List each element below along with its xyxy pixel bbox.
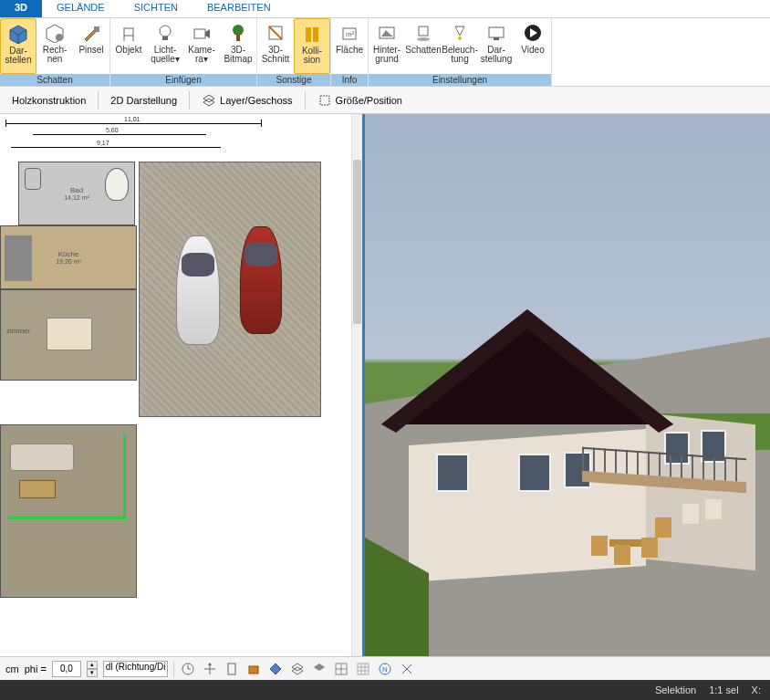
status-scale: 1:1 sel xyxy=(709,684,738,695)
car-red[interactable] xyxy=(240,226,282,334)
tab-gelaende[interactable]: GELÄNDE xyxy=(42,0,120,17)
svg-point-24 xyxy=(417,37,430,41)
svg-point-25 xyxy=(458,37,462,40)
ribbon-darstellen[interactable]: Dar- stellen xyxy=(0,18,36,74)
svg-rect-7 xyxy=(124,28,133,36)
driveway xyxy=(139,162,321,417)
car-white[interactable] xyxy=(176,235,220,345)
clock-icon[interactable] xyxy=(180,661,196,677)
room-bad[interactable]: Bad 14,12 m² xyxy=(18,162,135,225)
lighting-icon xyxy=(449,22,471,44)
ribbon: Dar- stellen Rech- nen Pinsel Schatten O… xyxy=(0,18,770,87)
misc-icon[interactable] xyxy=(399,661,415,677)
ribbon-darstellung[interactable]: Dar- stellung xyxy=(478,18,515,74)
svg-marker-39 xyxy=(270,663,281,674)
bathtub-icon xyxy=(105,168,129,201)
sofa-icon xyxy=(10,444,74,471)
ribbon-schatten2[interactable]: Schatten xyxy=(405,18,442,74)
ribbon-objekt[interactable]: Objekt xyxy=(110,18,147,74)
sub-toolbar: Holzkonstruktion 2D Darstellung Layer/Ge… xyxy=(0,87,770,114)
ribbon-group-einstellungen: Einstellungen xyxy=(369,74,551,86)
ribbon-group-sonstige: Sonstige xyxy=(257,74,330,86)
lower-living-area[interactable] xyxy=(0,424,137,598)
svg-point-10 xyxy=(160,26,171,37)
tab-3d[interactable]: 3D xyxy=(0,0,42,17)
svg-rect-15 xyxy=(236,35,240,41)
svg-point-14 xyxy=(233,25,244,36)
doc-icon[interactable] xyxy=(224,661,240,677)
ribbon-3dbitmap[interactable]: 3D- Bitmap xyxy=(220,18,256,74)
subbtn-groesse-position[interactable]: Größe/Position xyxy=(309,89,411,111)
view-3d-pane[interactable] xyxy=(365,114,770,656)
subbtn-layer-geschoss[interactable]: Layer/Geschoss xyxy=(193,89,300,111)
subbtn-holzkonstruktion[interactable]: Holzkonstruktion xyxy=(4,91,94,110)
room-zimmer[interactable]: zimmer xyxy=(0,289,137,381)
shape-icon[interactable] xyxy=(311,661,328,677)
main-tabs: 3D GELÄNDE SICHTEN BEARBEITEN xyxy=(0,0,770,18)
svg-text:N: N xyxy=(382,665,388,674)
svg-rect-46 xyxy=(358,663,369,674)
toilet-icon xyxy=(25,168,41,190)
measurement-line xyxy=(8,517,127,519)
ribbon-rechnen[interactable]: Rech- nen xyxy=(36,18,73,74)
tab-bearbeiten[interactable]: BEARBEITEN xyxy=(192,0,286,17)
unit-label: cm xyxy=(5,663,19,674)
box-icon[interactable] xyxy=(245,661,262,677)
camera-icon xyxy=(191,22,213,44)
grid-icon[interactable] xyxy=(333,661,349,677)
phi-spinner[interactable]: ▲▼ xyxy=(87,661,98,677)
arrows-icon[interactable] xyxy=(202,661,218,677)
svg-marker-13 xyxy=(205,29,210,38)
svg-rect-18 xyxy=(306,27,311,42)
ribbon-pinsel[interactable]: Pinsel xyxy=(73,18,109,74)
subbtn-2d-darstellung[interactable]: 2D Darstellung xyxy=(102,91,185,110)
chair-icon xyxy=(118,22,140,44)
svg-rect-32 xyxy=(320,96,329,105)
svg-marker-36 xyxy=(208,663,212,665)
shadow-icon xyxy=(412,22,434,44)
bottom-toolbar: cm phi = ▲▼ dl (Richtung/Di N xyxy=(0,656,770,680)
ribbon-flaeche[interactable]: m² Fläche xyxy=(331,18,368,74)
phi-input[interactable] xyxy=(52,661,81,677)
ribbon-group-schatten: Schatten xyxy=(0,74,109,86)
section-icon xyxy=(265,22,286,44)
svg-rect-11 xyxy=(162,37,168,40)
phi-label: phi = xyxy=(25,663,47,674)
ribbon-video[interactable]: Video xyxy=(515,18,551,74)
cube-calc-icon xyxy=(44,22,66,44)
grid2-icon[interactable] xyxy=(355,661,371,677)
main-split: 11,01 5,60 9,17 Bad 14,12 m² Küche 19,20… xyxy=(0,114,770,656)
svg-rect-27 xyxy=(494,37,499,40)
area-icon: m² xyxy=(338,22,360,44)
play-icon xyxy=(522,22,544,44)
diamond-icon[interactable] xyxy=(267,661,284,677)
dimensions-top: 11,01 5,60 9,17 xyxy=(5,120,344,156)
display-icon xyxy=(485,22,507,44)
layers2-icon[interactable] xyxy=(289,661,306,677)
ribbon-beleuchtung[interactable]: Beleuch- tung xyxy=(442,18,478,74)
svg-rect-38 xyxy=(249,666,258,674)
ribbon-hintergrund[interactable]: Hinter- grund xyxy=(369,18,405,74)
tab-sichten[interactable]: SICHTEN xyxy=(120,0,192,17)
house-model xyxy=(400,337,728,574)
status-bar: Selektion 1:1 sel X: xyxy=(0,680,770,700)
ribbon-group-info: Info xyxy=(331,74,368,86)
counter-icon xyxy=(5,235,32,281)
brush-icon xyxy=(80,22,102,44)
status-selektion: Selektion xyxy=(655,684,696,695)
ribbon-3dschnitt[interactable]: 3D- Schnitt xyxy=(257,18,294,74)
ribbon-kollision[interactable]: Kolli- sion xyxy=(294,18,330,74)
coffee-table-icon xyxy=(19,480,56,498)
n-circle-icon[interactable]: N xyxy=(377,661,393,677)
svg-line-17 xyxy=(269,26,282,39)
status-x: X: xyxy=(752,684,761,695)
ribbon-lichtquelle[interactable]: Licht- quelle▾ xyxy=(147,18,183,74)
collision-icon xyxy=(301,23,323,45)
background-icon xyxy=(376,22,398,44)
scrollbar-2d[interactable] xyxy=(351,114,362,656)
svg-marker-42 xyxy=(314,663,325,671)
direction-select[interactable]: dl (Richtung/Di xyxy=(103,661,169,677)
ribbon-kamera[interactable]: Kame- ra▾ xyxy=(183,18,220,74)
room-kueche[interactable]: Küche 19,20 m² xyxy=(0,225,137,289)
view-2d-pane[interactable]: 11,01 5,60 9,17 Bad 14,12 m² Küche 19,20… xyxy=(0,114,365,656)
